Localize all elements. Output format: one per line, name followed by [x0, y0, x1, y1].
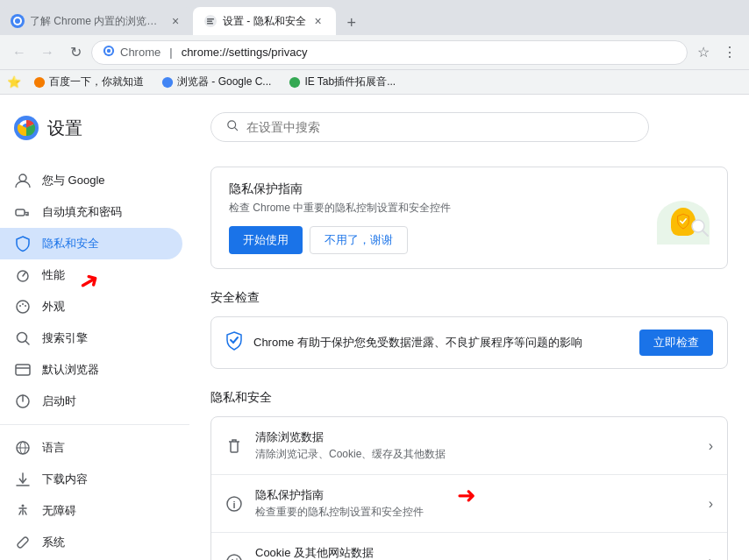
search-input[interactable]	[246, 120, 634, 134]
sidebar-search-wrapper	[0, 154, 189, 165]
svg-point-21	[22, 303, 24, 305]
bookmark-3[interactable]: IE Tab插件拓展音...	[282, 73, 403, 91]
trash-icon	[225, 437, 243, 455]
tab-bar: 了解 Chrome 内置的浏览器工具… × 设置 - 隐私和安全 × +	[0, 0, 749, 35]
sidebar-label-startup: 启动时	[42, 393, 76, 409]
main-inner: 隐私保护指南 检查 Chrome 中重要的隐私控制设置和安全控件 开始使用 不用…	[189, 152, 749, 560]
sidebar-item-google[interactable]: 您与 Google	[0, 165, 182, 196]
svg-point-12	[289, 76, 300, 87]
bookmarks-icon: ⭐	[7, 75, 21, 89]
sidebar-section-main: 您与 Google 自动填充和密码 隐私和安全	[0, 165, 189, 417]
promo-content: 隐私保护指南 检查 Chrome 中重要的隐私控制设置和安全控件 开始使用 不用…	[229, 181, 639, 254]
chevron-right-icon-1: ›	[709, 496, 713, 512]
tab-inactive[interactable]: 了解 Chrome 内置的浏览器工具… ×	[0, 7, 193, 35]
svg-rect-4	[207, 18, 214, 20]
sidebar-label-autofill: 自动填充和密码	[42, 204, 122, 220]
search-icon	[225, 118, 239, 136]
tab-close-2[interactable]: ×	[311, 14, 325, 28]
sidebar-label-accessibility: 无障碍	[42, 503, 76, 519]
back-button[interactable]: ←	[7, 40, 32, 65]
security-check-icon	[225, 331, 243, 355]
security-check-button[interactable]: 立即检查	[639, 330, 713, 356]
settings-search	[210, 112, 649, 142]
address-bar[interactable]: Chrome | chrome://settings/privacy	[91, 40, 688, 65]
bookmark-label-1: 百度一下，你就知道	[49, 74, 144, 89]
sidebar-item-accessibility[interactable]: 无障碍	[0, 495, 182, 527]
promo-actions: 开始使用 不用了，谢谢	[229, 226, 639, 254]
privacy-item-clear-content: 清除浏览数据 清除浏览记录、Cookie、缓存及其他数据	[255, 429, 696, 462]
sidebar-header: 设置	[0, 109, 189, 154]
security-card: Chrome 有助于保护您免受数据泄露、不良扩展程序等问题的影响 立即检查	[210, 316, 728, 369]
chrome-logo-nav	[103, 45, 115, 60]
svg-rect-17	[16, 209, 25, 216]
sidebar-label-appearance: 外观	[42, 299, 65, 315]
sidebar-item-appearance[interactable]: 外观	[0, 291, 182, 323]
sidebar-item-browser[interactable]: 默认浏览器	[0, 354, 182, 386]
tab-favicon-1	[11, 14, 25, 28]
sidebar-item-language[interactable]: 语言	[0, 432, 182, 464]
privacy-item-clear-data[interactable]: 清除浏览数据 清除浏览记录、Cookie、缓存及其他数据 ›	[211, 417, 727, 475]
illus-magnifier	[690, 218, 710, 237]
svg-text:i: i	[232, 500, 235, 510]
reload-button[interactable]: ↻	[63, 40, 88, 65]
sidebar-label-google: 您与 Google	[42, 173, 105, 188]
shield-nav-icon	[14, 235, 32, 252]
new-tab-button[interactable]: +	[339, 11, 364, 35]
svg-rect-25	[16, 365, 30, 375]
svg-point-19	[17, 301, 29, 313]
sidebar-label-language: 语言	[42, 440, 65, 456]
sidebar-item-autofill[interactable]: 自动填充和密码	[0, 196, 182, 228]
tab-active[interactable]: 设置 - 隐私和安全 ×	[193, 7, 336, 35]
svg-point-2	[15, 18, 20, 24]
menu-button[interactable]: ⋮	[717, 40, 742, 65]
sidebar-item-download[interactable]: 下载内容	[0, 464, 182, 495]
sidebar-item-search[interactable]: 搜索引擎	[0, 323, 182, 354]
promo-illustration	[639, 192, 710, 245]
key-icon	[14, 203, 32, 221]
circle-i-icon: i	[225, 495, 243, 513]
download-icon	[14, 471, 32, 488]
promo-dismiss-button[interactable]: 不用了，谢谢	[310, 226, 408, 254]
promo-start-button[interactable]: 开始使用	[229, 226, 303, 254]
settings-title: 设置	[47, 117, 82, 140]
svg-line-38	[234, 127, 237, 130]
privacy-list: 清除浏览数据 清除浏览记录、Cookie、缓存及其他数据 › i 隐私保护指南 …	[210, 416, 728, 560]
sidebar-item-system[interactable]: 系统	[0, 527, 182, 558]
content-area: 设置 您与 Google 自动填充和密码	[0, 95, 749, 560]
promo-title: 隐私保护指南	[229, 181, 639, 197]
palette-icon	[14, 298, 32, 315]
privacy-item-guide[interactable]: i 隐私保护指南 检查重要的隐私控制设置和安全控件 ›	[211, 475, 727, 533]
person-icon	[14, 172, 32, 189]
sidebar-label-search: 搜索引擎	[42, 330, 88, 346]
nav-actions: ☆ ⋮	[691, 40, 742, 65]
sidebar: 设置 您与 Google 自动填充和密码	[0, 95, 189, 560]
address-separator: |	[169, 46, 172, 59]
sidebar-item-startup[interactable]: 启动时	[0, 386, 182, 417]
sidebar-label-download: 下载内容	[42, 471, 88, 487]
accessibility-icon	[14, 502, 32, 520]
svg-point-47	[236, 558, 238, 560]
tab-close-1[interactable]: ×	[168, 14, 182, 28]
svg-point-16	[19, 174, 26, 181]
privacy-item-cookies-content: Cookie 及其他网站数据 已阻止无痕模式下的第三方 Cookie	[255, 545, 696, 560]
globe-icon	[14, 439, 32, 457]
sidebar-label-performance: 性能	[42, 267, 65, 283]
browser-frame: 了解 Chrome 内置的浏览器工具… × 设置 - 隐私和安全 × + ← →…	[0, 0, 749, 560]
bookmark-label-3: IE Tab插件拓展音...	[304, 74, 396, 89]
bookmark-button[interactable]: ☆	[691, 40, 716, 65]
privacy-section-title: 隐私和安全	[210, 390, 728, 406]
bookmark-2[interactable]: 浏览器 - Google C...	[154, 73, 278, 91]
promo-desc: 检查 Chrome 中重要的隐私控制设置和安全控件	[229, 201, 639, 216]
gauge-icon	[14, 266, 32, 284]
svg-point-43	[227, 555, 241, 561]
svg-point-9	[107, 49, 111, 53]
svg-point-11	[162, 76, 173, 87]
forward-button[interactable]: →	[35, 40, 60, 65]
svg-point-22	[25, 305, 26, 307]
sidebar-item-privacy[interactable]: 隐私和安全	[0, 228, 182, 259]
bookmark-1[interactable]: 百度一下，你就知道	[26, 73, 151, 91]
svg-line-40	[703, 230, 708, 236]
search-nav-icon	[14, 330, 32, 347]
privacy-item-cookies[interactable]: Cookie 及其他网站数据 已阻止无痕模式下的第三方 Cookie ›	[211, 533, 727, 560]
sidebar-item-performance[interactable]: 性能	[0, 259, 182, 291]
